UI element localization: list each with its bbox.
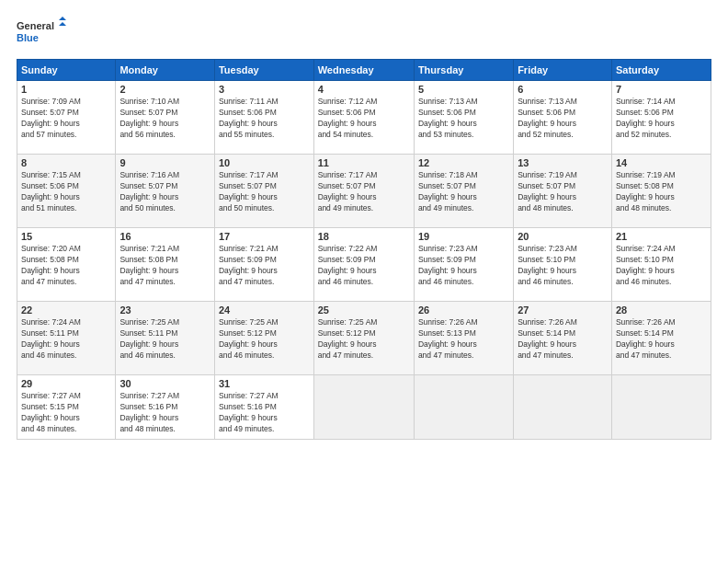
- day-number: 7: [616, 84, 707, 95]
- calendar-cell: 25Sunrise: 7:25 AMSunset: 5:12 PMDayligh…: [313, 302, 414, 375]
- day-info: Sunrise: 7:11 AMSunset: 5:06 PMDaylight:…: [219, 97, 310, 141]
- day-info: Sunrise: 7:13 AMSunset: 5:06 PMDaylight:…: [418, 97, 509, 141]
- day-number: 4: [318, 84, 410, 95]
- calendar-cell: 11Sunrise: 7:17 AMSunset: 5:07 PMDayligh…: [313, 155, 414, 228]
- day-number: 20: [518, 231, 608, 242]
- calendar-cell: 22Sunrise: 7:24 AMSunset: 5:11 PMDayligh…: [17, 302, 116, 375]
- svg-text:General: General: [17, 20, 54, 31]
- day-number: 27: [518, 304, 608, 316]
- calendar-cell: 27Sunrise: 7:26 AMSunset: 5:14 PMDayligh…: [514, 302, 612, 375]
- logo: General Blue: [17, 17, 67, 52]
- weekday-header: Wednesday: [313, 60, 414, 81]
- day-number: 19: [418, 231, 509, 242]
- weekday-header: Friday: [514, 60, 612, 81]
- calendar-cell: 12Sunrise: 7:18 AMSunset: 5:07 PMDayligh…: [414, 155, 513, 228]
- day-info: Sunrise: 7:25 AMSunset: 5:12 PMDaylight:…: [219, 317, 310, 362]
- weekday-header: Saturday: [611, 60, 711, 81]
- day-info: Sunrise: 7:21 AMSunset: 5:09 PMDaylight:…: [219, 244, 310, 288]
- calendar-cell: 31Sunrise: 7:27 AMSunset: 5:16 PMDayligh…: [214, 375, 313, 440]
- day-info: Sunrise: 7:23 AMSunset: 5:09 PMDaylight:…: [418, 244, 509, 288]
- day-info: Sunrise: 7:26 AMSunset: 5:13 PMDaylight:…: [418, 317, 509, 362]
- calendar-cell: 17Sunrise: 7:21 AMSunset: 5:09 PMDayligh…: [214, 228, 313, 302]
- day-number: 23: [119, 304, 210, 316]
- day-info: Sunrise: 7:17 AMSunset: 5:07 PMDaylight:…: [219, 170, 310, 214]
- day-number: 6: [518, 84, 608, 95]
- day-number: 15: [21, 231, 111, 242]
- day-number: 28: [616, 304, 707, 316]
- day-info: Sunrise: 7:15 AMSunset: 5:06 PMDaylight:…: [21, 170, 111, 214]
- calendar-cell: 21Sunrise: 7:24 AMSunset: 5:10 PMDayligh…: [611, 228, 711, 302]
- calendar-cell: 26Sunrise: 7:26 AMSunset: 5:13 PMDayligh…: [414, 302, 513, 375]
- calendar-cell: 23Sunrise: 7:25 AMSunset: 5:11 PMDayligh…: [116, 302, 215, 375]
- calendar-cell: 18Sunrise: 7:22 AMSunset: 5:09 PMDayligh…: [313, 228, 414, 302]
- calendar: SundayMondayTuesdayWednesdayThursdayFrid…: [17, 59, 711, 440]
- calendar-week-row: 22Sunrise: 7:24 AMSunset: 5:11 PMDayligh…: [17, 302, 711, 375]
- day-info: Sunrise: 7:27 AMSunset: 5:16 PMDaylight:…: [219, 391, 310, 435]
- calendar-cell: [611, 375, 711, 440]
- day-info: Sunrise: 7:19 AMSunset: 5:08 PMDaylight:…: [616, 170, 707, 214]
- calendar-header-row: SundayMondayTuesdayWednesdayThursdayFrid…: [17, 60, 711, 81]
- calendar-cell: [313, 375, 414, 440]
- day-number: 8: [21, 157, 111, 168]
- day-info: Sunrise: 7:24 AMSunset: 5:11 PMDaylight:…: [21, 317, 111, 362]
- calendar-week-row: 1Sunrise: 7:09 AMSunset: 5:07 PMDaylight…: [17, 81, 711, 155]
- calendar-cell: 28Sunrise: 7:26 AMSunset: 5:14 PMDayligh…: [611, 302, 711, 375]
- day-info: Sunrise: 7:18 AMSunset: 5:07 PMDaylight:…: [418, 170, 509, 214]
- day-number: 9: [119, 157, 210, 168]
- calendar-cell: 15Sunrise: 7:20 AMSunset: 5:08 PMDayligh…: [17, 228, 116, 302]
- day-info: Sunrise: 7:24 AMSunset: 5:10 PMDaylight:…: [616, 244, 707, 288]
- calendar-cell: 24Sunrise: 7:25 AMSunset: 5:12 PMDayligh…: [214, 302, 313, 375]
- day-info: Sunrise: 7:27 AMSunset: 5:15 PMDaylight:…: [21, 391, 111, 435]
- page: General Blue SundayMondayTuesdayWednesda…: [0, 0, 728, 563]
- day-number: 22: [21, 304, 111, 316]
- day-number: 12: [418, 157, 509, 168]
- day-info: Sunrise: 7:21 AMSunset: 5:08 PMDaylight:…: [119, 244, 210, 288]
- calendar-cell: 16Sunrise: 7:21 AMSunset: 5:08 PMDayligh…: [116, 228, 215, 302]
- day-info: Sunrise: 7:13 AMSunset: 5:06 PMDaylight:…: [518, 97, 608, 141]
- weekday-header: Thursday: [414, 60, 513, 81]
- calendar-cell: 2Sunrise: 7:10 AMSunset: 5:07 PMDaylight…: [116, 81, 215, 155]
- day-number: 10: [219, 157, 310, 168]
- day-number: 31: [219, 378, 310, 389]
- calendar-cell: 5Sunrise: 7:13 AMSunset: 5:06 PMDaylight…: [414, 81, 513, 155]
- day-number: 25: [318, 304, 410, 316]
- calendar-cell: [514, 375, 612, 440]
- calendar-cell: [414, 375, 513, 440]
- weekday-header: Sunday: [17, 60, 116, 81]
- day-number: 29: [21, 378, 111, 389]
- day-info: Sunrise: 7:14 AMSunset: 5:06 PMDaylight:…: [616, 97, 707, 141]
- day-info: Sunrise: 7:26 AMSunset: 5:14 PMDaylight:…: [518, 317, 608, 362]
- day-info: Sunrise: 7:26 AMSunset: 5:14 PMDaylight:…: [616, 317, 707, 362]
- day-info: Sunrise: 7:16 AMSunset: 5:07 PMDaylight:…: [119, 170, 210, 214]
- calendar-week-row: 8Sunrise: 7:15 AMSunset: 5:06 PMDaylight…: [17, 155, 711, 228]
- day-info: Sunrise: 7:12 AMSunset: 5:06 PMDaylight:…: [318, 97, 410, 141]
- day-number: 17: [219, 231, 310, 242]
- day-number: 14: [616, 157, 707, 168]
- day-info: Sunrise: 7:10 AMSunset: 5:07 PMDaylight:…: [119, 97, 210, 141]
- day-info: Sunrise: 7:23 AMSunset: 5:10 PMDaylight:…: [518, 244, 608, 288]
- day-number: 30: [119, 378, 210, 389]
- day-info: Sunrise: 7:27 AMSunset: 5:16 PMDaylight:…: [119, 391, 210, 435]
- day-info: Sunrise: 7:22 AMSunset: 5:09 PMDaylight:…: [318, 244, 410, 288]
- calendar-cell: 29Sunrise: 7:27 AMSunset: 5:15 PMDayligh…: [17, 375, 116, 440]
- logo-svg: General Blue: [17, 17, 67, 52]
- calendar-cell: 1Sunrise: 7:09 AMSunset: 5:07 PMDaylight…: [17, 81, 116, 155]
- calendar-cell: 13Sunrise: 7:19 AMSunset: 5:07 PMDayligh…: [514, 155, 612, 228]
- day-info: Sunrise: 7:17 AMSunset: 5:07 PMDaylight:…: [318, 170, 410, 214]
- svg-marker-2: [59, 17, 66, 20]
- day-number: 11: [318, 157, 410, 168]
- day-info: Sunrise: 7:20 AMSunset: 5:08 PMDaylight:…: [21, 244, 111, 288]
- calendar-cell: 7Sunrise: 7:14 AMSunset: 5:06 PMDaylight…: [611, 81, 711, 155]
- weekday-header: Monday: [116, 60, 215, 81]
- weekday-header: Tuesday: [214, 60, 313, 81]
- day-info: Sunrise: 7:25 AMSunset: 5:11 PMDaylight:…: [119, 317, 210, 362]
- day-number: 21: [616, 231, 707, 242]
- day-number: 3: [219, 84, 310, 95]
- calendar-cell: 9Sunrise: 7:16 AMSunset: 5:07 PMDaylight…: [116, 155, 215, 228]
- calendar-cell: 3Sunrise: 7:11 AMSunset: 5:06 PMDaylight…: [214, 81, 313, 155]
- day-number: 5: [418, 84, 509, 95]
- day-number: 18: [318, 231, 410, 242]
- svg-marker-3: [59, 22, 66, 26]
- day-number: 26: [418, 304, 509, 316]
- day-number: 13: [518, 157, 608, 168]
